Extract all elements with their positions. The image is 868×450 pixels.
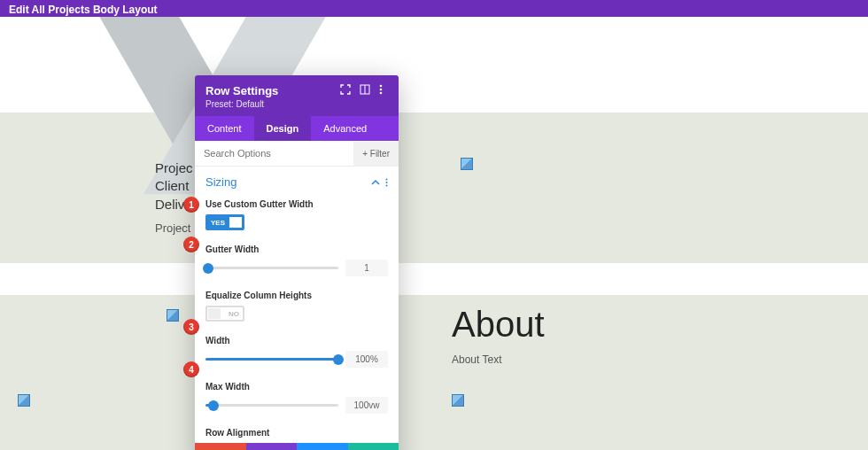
redo-button[interactable] [297,443,348,450]
image-placeholder-icon [18,394,30,407]
chevron-up-icon[interactable] [371,178,380,187]
image-placeholder-icon [167,309,179,322]
row-settings-panel: Row Settings Preset: Default Content Des… [195,75,399,450]
page-title: Edit All Projects Body Layout [9,4,158,16]
section-header[interactable]: Sizing [195,167,399,194]
bg-mid [0,263,868,295]
opt-gutter-width: Gutter Width 1 [195,239,399,285]
opt-custom-gutter: Use Custom Gutter Width YES [195,194,399,239]
expand-icon[interactable] [340,84,351,95]
svg-point-5 [386,178,388,180]
panel-actions [195,443,399,450]
annotation-badge-3: 3 [183,319,199,335]
toggle-equalize[interactable]: NO [205,306,244,322]
image-placeholder-icon [452,394,464,407]
toggle-custom-gutter[interactable]: YES [205,214,244,230]
panel-header[interactable]: Row Settings Preset: Default [195,75,399,116]
value-width[interactable]: 100% [345,351,388,368]
svg-point-3 [380,89,383,91]
value-max-width[interactable]: 100vw [345,397,388,414]
columns-icon[interactable] [360,84,370,95]
top-bar: Edit All Projects Body Layout [0,0,868,17]
tab-advanced[interactable]: Advanced [311,116,379,141]
annotation-badge-4: 4 [183,361,199,377]
value-gutter-width[interactable]: 1 [345,260,388,276]
search-row: + Filter [195,141,399,167]
svg-point-2 [380,85,383,88]
about-text: About Text [452,353,545,366]
opt-row-alignment: Row Alignment [195,423,399,438]
about-heading: About [452,305,545,345]
svg-point-6 [386,182,388,183]
annotation-badge-2: 2 [183,237,199,252]
opt-equalize: Equalize Column Heights NO [195,285,399,330]
image-placeholder-icon [461,158,473,170]
tab-design[interactable]: Design [254,116,312,141]
filter-button[interactable]: + Filter [353,142,399,166]
section-name: Sizing [205,175,236,189]
save-button[interactable] [348,443,399,450]
opt-width: Width 100% [195,330,399,376]
cancel-button[interactable] [195,443,246,450]
undo-button[interactable] [246,443,298,450]
search-input[interactable] [195,141,353,166]
tabs: Content Design Advanced [195,116,399,141]
slider-gutter-width[interactable] [205,267,338,269]
svg-point-7 [386,184,388,186]
tab-content[interactable]: Content [195,116,254,141]
slider-width[interactable] [205,358,338,361]
slider-max-width[interactable] [205,404,338,407]
opt-max-width: Max Width 100vw [195,376,399,423]
svg-point-4 [380,92,383,95]
about-section: About About Text [452,305,545,366]
section-more-icon[interactable] [385,178,388,187]
more-icon[interactable] [379,84,390,95]
annotation-badge-1: 1 [183,197,199,213]
panel-preset[interactable]: Preset: Default [205,99,388,109]
